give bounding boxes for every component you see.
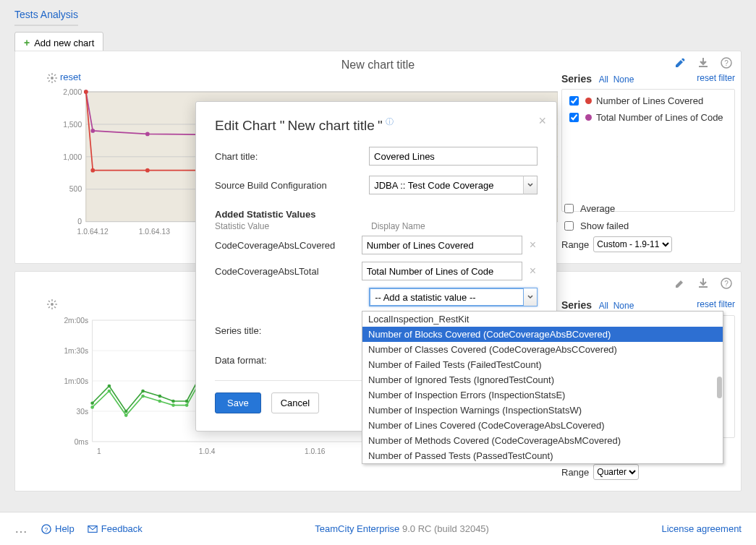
remove-icon[interactable]: × (528, 239, 538, 252)
series-item[interactable]: Total Number of Lines of Code (566, 109, 730, 126)
average-label: Average (580, 203, 615, 214)
series-all-link[interactable]: All (599, 301, 608, 311)
added-values-heading: Added Statistic Values (215, 209, 371, 220)
reset-filter-link[interactable]: reset filter (697, 73, 735, 83)
svg-text:?: ? (724, 59, 729, 67)
series-none-link[interactable]: None (613, 74, 634, 85)
close-icon[interactable]: × (538, 113, 546, 129)
dropdown-option[interactable]: Number of Passed Tests (PassedTestCount) (362, 448, 723, 463)
product-link[interactable]: TeamCity Enterprise (315, 523, 399, 534)
display-name-input[interactable] (362, 262, 522, 280)
reset-zoom-link[interactable]: reset (60, 72, 81, 82)
svg-text:?: ? (45, 525, 48, 533)
svg-text:2m:00s: 2m:00s (64, 317, 88, 325)
gear-icon[interactable] (47, 73, 57, 83)
svg-point-31 (84, 90, 88, 94)
svg-point-3 (51, 77, 54, 80)
series-checkbox[interactable] (569, 96, 579, 106)
more-icon[interactable]: … (14, 521, 28, 536)
license-link[interactable]: License agreement (661, 523, 742, 534)
scrollbar-thumb[interactable] (717, 377, 722, 398)
feedback-link[interactable]: Feedback (88, 523, 143, 534)
range-label: Range (561, 467, 589, 478)
dropdown-option[interactable]: Number of Classes Covered (CodeCoverageA… (362, 342, 723, 357)
svg-point-78 (90, 405, 94, 409)
svg-point-66 (158, 395, 162, 398)
svg-point-80 (124, 413, 128, 417)
svg-text:1.0.16: 1.0.16 (305, 447, 326, 455)
dropdown-option[interactable]: Number of Blocks Covered (CodeCoverageAb… (362, 327, 723, 342)
dropdown-option[interactable]: Number of Methods Covered (CodeCoverageA… (362, 433, 723, 448)
svg-line-44 (48, 301, 50, 302)
edit-icon[interactable] (674, 278, 686, 289)
dropdown-option[interactable]: Number of Failed Tests (FailedTestCount) (362, 357, 723, 372)
download-icon[interactable] (697, 278, 709, 289)
series-title-label: Series title: (215, 325, 371, 336)
remove-icon[interactable]: × (528, 265, 538, 278)
download-icon[interactable] (697, 57, 709, 69)
chevron-down-icon[interactable] (523, 288, 538, 306)
help-icon[interactable]: ? (721, 57, 732, 69)
svg-point-84 (185, 403, 189, 407)
reset-filter-link[interactable]: reset filter (697, 299, 735, 309)
average-checkbox[interactable] (564, 204, 574, 213)
svg-text:?: ? (724, 280, 729, 288)
series-label: Number of Lines Covered (596, 95, 703, 106)
series-color-dot (585, 114, 592, 121)
chart-title-input[interactable] (369, 147, 538, 166)
svg-text:1m:00s: 1m:00s (64, 377, 88, 385)
save-button[interactable]: Save (215, 392, 261, 413)
dropdown-option[interactable]: Number of Inspection Warnings (Inspectio… (362, 403, 723, 418)
display-name-subheading: Display Name (371, 221, 425, 231)
series-color-dot (585, 98, 592, 104)
chart-title-label: Chart title: (215, 151, 369, 162)
svg-point-82 (158, 400, 162, 403)
svg-point-83 (171, 403, 175, 407)
dropdown-option[interactable]: Number of Ignored Tests (IgnoredTestCoun… (362, 372, 723, 387)
version-text: 9.0 RC (build 32045) (399, 523, 489, 534)
plus-icon: + (24, 37, 30, 48)
dialog-title: Edit Chart "New chart title" ⓘ (215, 118, 538, 134)
svg-line-46 (48, 306, 50, 308)
chevron-down-icon[interactable] (523, 176, 538, 194)
svg-point-81 (141, 395, 145, 398)
range-select[interactable]: Custom - 1.9-11 (593, 236, 672, 252)
svg-text:0ms: 0ms (75, 438, 88, 446)
series-none-link[interactable]: None (613, 301, 634, 311)
series-header: Series (561, 73, 592, 85)
show-failed-checkbox[interactable] (564, 221, 574, 231)
range-select[interactable]: Quarter (593, 464, 639, 480)
dropdown-option[interactable]: Number of Inspection Errors (InspectionS… (362, 387, 723, 403)
source-build-label: Source Build Configuration (215, 180, 369, 191)
help-link[interactable]: ? Help (41, 523, 75, 534)
statistic-value-name: CodeCoverageAbsLTotal (215, 266, 362, 277)
statistic-row: CodeCoverageAbsLTotal× (215, 262, 538, 280)
show-failed-label: Show failed (580, 220, 629, 231)
add-statistic-combo[interactable] (369, 288, 538, 306)
statistic-row: CodeCoverageAbsLCovered× (215, 236, 538, 254)
svg-point-62 (90, 401, 94, 405)
svg-line-11 (54, 74, 56, 76)
statistic-dropdown[interactable]: LocalInspection_RestKitNumber of Blocks … (362, 311, 723, 464)
dropdown-option[interactable]: LocalInspection_RestKit (362, 312, 723, 327)
svg-point-64 (124, 410, 128, 413)
gear-icon[interactable] (47, 299, 57, 309)
svg-point-65 (141, 390, 145, 393)
series-item[interactable]: Number of Lines Covered (566, 93, 730, 109)
series-checkbox[interactable] (569, 113, 579, 122)
edit-icon[interactable] (674, 57, 686, 69)
display-name-input[interactable] (362, 236, 522, 254)
svg-point-63 (108, 385, 111, 388)
svg-text:1.0.64.13: 1.0.64.13 (139, 228, 170, 236)
tests-analysis-link[interactable]: Tests Analysis (14, 9, 78, 26)
dialog-help-icon[interactable]: ⓘ (386, 116, 394, 127)
cancel-button[interactable]: Cancel (271, 392, 319, 413)
help-icon[interactable]: ? (721, 278, 732, 289)
svg-line-8 (48, 74, 50, 76)
source-build-combo[interactable] (369, 176, 538, 194)
svg-text:30s: 30s (76, 408, 88, 416)
dropdown-option[interactable]: Number of Lines Covered (CodeCoverageAbs… (362, 418, 723, 433)
svg-text:1.0.64.12: 1.0.64.12 (77, 228, 109, 236)
svg-point-27 (90, 129, 95, 133)
series-all-link[interactable]: All (599, 74, 608, 85)
